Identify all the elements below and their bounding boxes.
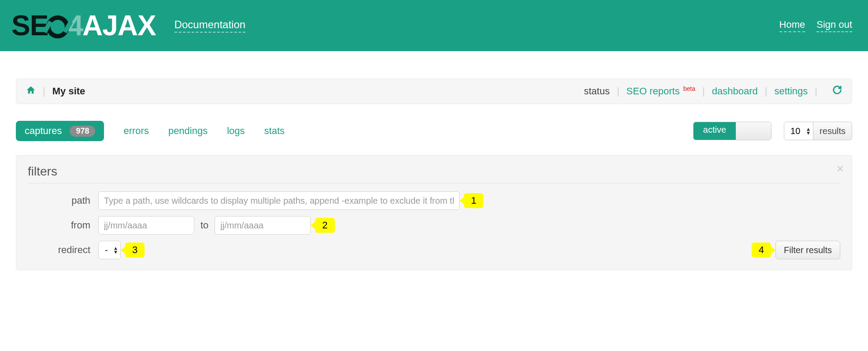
redirect-select[interactable]: - (98, 241, 121, 259)
close-icon[interactable]: × (837, 162, 844, 176)
callout-4: 4 (752, 243, 771, 258)
path-label: path (28, 195, 98, 206)
signout-link[interactable]: Sign out (816, 19, 852, 32)
filter-row-dates: from to 2 (28, 216, 840, 235)
separator: | (43, 86, 45, 97)
refresh-icon[interactable] (832, 85, 842, 97)
from-label: from (28, 220, 98, 231)
filter-results-button[interactable]: Filter results (775, 241, 840, 259)
tab-captures[interactable]: captures 978 (16, 121, 104, 141)
results-count-select[interactable]: 10 (784, 122, 813, 140)
beta-badge: beta (683, 85, 695, 92)
separator: | (765, 86, 768, 97)
filters-title: filters (28, 164, 840, 183)
filters-panel: filters × path 1 from to 2 redirect - ▴▾… (16, 155, 852, 270)
separator: | (815, 86, 817, 97)
sitebar-seo-reports[interactable]: SEO reports beta (627, 85, 695, 97)
logo-seo-text: SE (11, 11, 48, 40)
sitebar-settings[interactable]: settings (774, 86, 808, 97)
home-link[interactable]: Home (779, 19, 805, 32)
home-icon[interactable] (26, 85, 36, 97)
sitebar-dashboard[interactable]: dashboard (712, 86, 758, 97)
logo[interactable]: SE4AJAX (11, 11, 156, 40)
sitebar-status[interactable]: status (584, 86, 610, 97)
toggle-off-area (736, 122, 771, 140)
separator: | (702, 86, 705, 97)
callout-1: 1 (464, 193, 483, 208)
redirect-label: redirect (28, 244, 98, 256)
tab-captures-label: captures (25, 125, 62, 137)
from-date-input[interactable] (98, 216, 194, 235)
site-name: My site (52, 86, 85, 97)
results-per-page: 10 ▴▾ results (784, 122, 852, 140)
active-toggle[interactable]: active (693, 122, 772, 140)
toggle-active-label: active (694, 122, 736, 140)
documentation-link[interactable]: Documentation (174, 19, 245, 33)
callout-3: 3 (125, 243, 145, 258)
tab-logs[interactable]: logs (227, 125, 245, 137)
separator: | (617, 86, 619, 97)
seo-reports-label: SEO reports (627, 86, 680, 97)
tab-stats[interactable]: stats (264, 125, 285, 137)
site-toolbar: | My site status | SEO reports beta | da… (16, 78, 852, 104)
path-input[interactable] (98, 191, 460, 210)
filter-row-redirect: redirect - ▴▾ 3 4 Filter results (28, 241, 840, 259)
captures-count-badge: 978 (70, 126, 95, 137)
tab-pendings[interactable]: pendings (168, 125, 208, 137)
aperture-icon (46, 15, 69, 38)
top-header: SE4AJAX Documentation Home Sign out (0, 0, 868, 51)
filter-row-path: path 1 (28, 191, 840, 210)
callout-2: 2 (315, 218, 334, 233)
results-label: results (813, 122, 852, 140)
to-date-input[interactable] (215, 216, 311, 235)
to-label: to (200, 220, 208, 231)
tab-errors[interactable]: errors (123, 125, 148, 137)
tab-row: captures 978 errors pendings logs stats … (0, 121, 868, 141)
logo-ajax-text: AJAX (82, 11, 156, 40)
